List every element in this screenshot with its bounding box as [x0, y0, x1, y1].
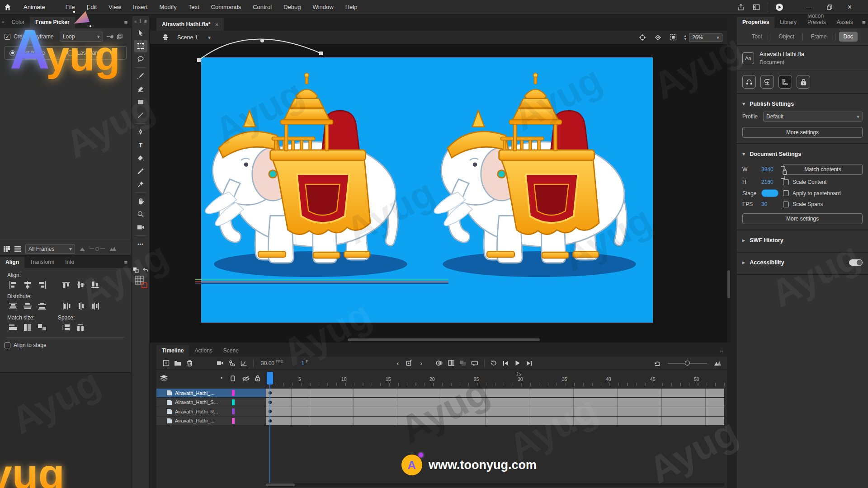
- loop-dropdown[interactable]: Loop ▾: [60, 32, 103, 42]
- zoom-tool[interactable]: [134, 208, 147, 221]
- tools-menu-icon[interactable]: ≡: [144, 19, 147, 24]
- subtab-frame[interactable]: Frame: [807, 32, 831, 42]
- align-bottom-edge-button[interactable]: [90, 280, 101, 289]
- layer-frames-track[interactable]: [266, 398, 724, 407]
- thumb-size-slider[interactable]: [90, 247, 105, 251]
- timeline-menu-icon[interactable]: ≡: [716, 347, 727, 357]
- subtab-tool[interactable]: Tool: [747, 32, 766, 42]
- profile-dropdown[interactable]: Default ▾: [763, 112, 863, 122]
- distribute-right-button[interactable]: [90, 301, 101, 310]
- minimize-button[interactable]: —: [799, 0, 819, 14]
- new-folder-button[interactable]: [172, 358, 184, 369]
- selection-tool[interactable]: [134, 27, 147, 39]
- text-tool[interactable]: T: [134, 139, 147, 151]
- lasso-tool[interactable]: [134, 53, 147, 66]
- link-dimensions-icon[interactable]: [780, 166, 788, 179]
- eyedropper-tool[interactable]: [134, 165, 147, 178]
- active-dot-icon[interactable]: •: [221, 375, 222, 381]
- tools-collapse-icon[interactable]: «: [134, 19, 137, 24]
- tab-info[interactable]: Info: [60, 257, 80, 268]
- create-keyframe-checkbox[interactable]: ✓: [5, 34, 10, 40]
- tab-align[interactable]: Align: [0, 257, 24, 268]
- close-tab-icon[interactable]: ×: [215, 21, 219, 28]
- edit-multiple-frames-button[interactable]: [457, 358, 469, 369]
- fps-value[interactable]: 30: [761, 201, 783, 207]
- rulers-button[interactable]: [778, 75, 792, 89]
- menu-text[interactable]: Text: [183, 0, 205, 14]
- guide-line-green[interactable]: [195, 279, 448, 280]
- tools-columns-toggle[interactable]: 1: [139, 19, 142, 24]
- graph-editor-button[interactable]: [238, 358, 250, 369]
- scale-content-checkbox[interactable]: [783, 179, 789, 185]
- layer-color-swatch[interactable]: [232, 408, 235, 414]
- subtab-doc[interactable]: Doc: [839, 32, 858, 42]
- clip-content-icon[interactable]: [670, 34, 677, 41]
- menu-animate[interactable]: Animate: [17, 0, 52, 14]
- match-height-button[interactable]: [22, 323, 33, 332]
- onion-skin-outlines-button[interactable]: [445, 358, 457, 369]
- layer-row[interactable]: Airavath_Hathi_...: [156, 389, 266, 397]
- apply-to-pasteboard-checkbox[interactable]: [783, 190, 789, 196]
- lock-layers-icon[interactable]: [255, 375, 260, 381]
- close-button[interactable]: ×: [840, 0, 860, 14]
- scene-name[interactable]: Scene 1: [177, 34, 198, 41]
- brush-tool[interactable]: [134, 70, 147, 82]
- guide-line-darkred[interactable]: [195, 282, 448, 282]
- menu-modify[interactable]: Modify: [154, 0, 183, 14]
- tab-color[interactable]: Color: [6, 17, 30, 28]
- align-right-edge-button[interactable]: [36, 280, 48, 289]
- paint-bucket-tool[interactable]: [134, 152, 147, 164]
- chevron-down-icon[interactable]: ▾: [742, 100, 745, 107]
- share-icon[interactable]: [733, 0, 749, 14]
- zoom-stepper[interactable]: ▴▾: [684, 34, 686, 41]
- align-horizontal-center-button[interactable]: [22, 280, 33, 289]
- workspace-layout-icon[interactable]: [749, 0, 764, 14]
- align-top-edge-button[interactable]: [61, 280, 72, 289]
- guide-line-red[interactable]: [195, 281, 448, 282]
- delete-layer-button[interactable]: [184, 358, 195, 369]
- panel-menu-icon[interactable]: ≡: [120, 19, 131, 28]
- menu-insert[interactable]: Insert: [127, 0, 154, 14]
- layer-row[interactable]: Airavath_Hathi_...: [156, 417, 266, 425]
- tab-scene[interactable]: Scene: [218, 345, 244, 357]
- stage-color-swatch[interactable]: [761, 189, 778, 197]
- tab-actions[interactable]: Actions: [189, 345, 217, 357]
- match-width-height-button[interactable]: [36, 323, 48, 332]
- grid-swatch-icon[interactable]: [135, 276, 146, 287]
- scene-icon[interactable]: [162, 34, 169, 41]
- chevron-right-icon[interactable]: ▸: [742, 237, 745, 244]
- grid-view-icon[interactable]: [4, 246, 10, 252]
- more-tools-button[interactable]: •••: [134, 238, 147, 250]
- stage-horizontal-scrollbar[interactable]: [150, 338, 727, 342]
- swap-colors-icon[interactable]: [133, 267, 140, 273]
- thumb-small-icon[interactable]: [80, 247, 85, 251]
- next-keyframe-button[interactable]: ›: [415, 358, 427, 369]
- home-icon[interactable]: [0, 0, 15, 14]
- menu-file[interactable]: File: [60, 0, 81, 14]
- distribute-top-button[interactable]: [7, 301, 19, 310]
- menu-control[interactable]: Control: [247, 0, 278, 14]
- add-camera-button[interactable]: [214, 358, 226, 369]
- pen-tool[interactable]: [134, 126, 147, 138]
- menu-debug[interactable]: Debug: [278, 0, 307, 14]
- align-to-stage-checkbox[interactable]: [5, 343, 10, 348]
- menu-window[interactable]: Window: [307, 0, 339, 14]
- space-vertical-button[interactable]: [61, 323, 72, 332]
- onion-skin-button[interactable]: [434, 358, 445, 369]
- tab-library[interactable]: Library: [774, 17, 802, 28]
- publish-more-settings-button[interactable]: More settings: [742, 127, 863, 138]
- hide-layers-icon[interactable]: [242, 375, 250, 381]
- menu-commands[interactable]: Commands: [205, 0, 247, 14]
- frame-ruler[interactable]: 1s 5 10 15 20 25 30 35 40 45 50: [266, 371, 727, 386]
- outline-view-icon[interactable]: [231, 375, 235, 381]
- publish-settings-title[interactable]: Publish Settings: [750, 101, 794, 107]
- list-view-icon[interactable]: [14, 246, 21, 252]
- layer-color-swatch[interactable]: [232, 418, 235, 424]
- timeline-zoom-slider[interactable]: [668, 361, 707, 366]
- panel-menu-icon[interactable]: ≡: [120, 259, 131, 268]
- stage-canvas[interactable]: [201, 57, 653, 323]
- align-vertical-center-button[interactable]: [75, 280, 87, 289]
- layer-frames-track[interactable]: [266, 389, 724, 397]
- layer-frames-track[interactable]: [266, 417, 724, 425]
- insert-keyframe-button[interactable]: [404, 358, 415, 369]
